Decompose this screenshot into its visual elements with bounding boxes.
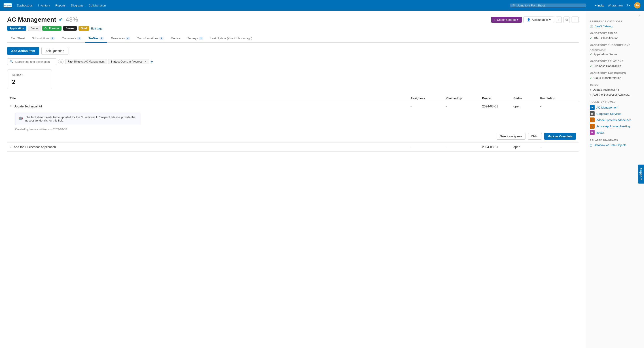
tab-surveys[interactable]: Surveys 2 — [184, 34, 207, 43]
copy-icon-button[interactable]: ⧉ — [564, 16, 570, 23]
person-icon: 👤 — [527, 18, 530, 21]
tab-metrics[interactable]: Metrics — [167, 34, 184, 43]
help-button[interactable]: ? ▾ — [626, 3, 630, 7]
drag-icon-2: ⠿ — [10, 146, 12, 149]
layout: AC Management ✔ 43% ℹ Check needed ▾ 👤 A… — [0, 11, 644, 348]
claim-button[interactable]: Claim — [528, 133, 542, 140]
tab-last-update[interactable]: Last Update (about 4 hours ago) — [207, 34, 256, 43]
topnav-right: + Invite What's new ? ▾ JW — [595, 2, 640, 8]
robot-icon: 🤖 — [18, 116, 23, 120]
verified-icon: ✔ — [59, 17, 63, 22]
rv-avatar-1: B — [590, 111, 594, 116]
info-icon-2: ℹ — [22, 73, 24, 77]
row2-resolution: - — [540, 145, 576, 149]
filter-chips: Fact Sheets: AC Management Status: Open,… — [65, 59, 579, 64]
edit-tags-link[interactable]: Edit tags — [91, 27, 102, 30]
col-header-assignees: Assignees — [410, 97, 446, 100]
more-options-button[interactable]: ⋮ — [572, 16, 579, 23]
tag-gold: Gold — [78, 26, 89, 31]
nav-diagrams[interactable]: Diagrams — [71, 4, 84, 7]
tag-onpremise: On Premise — [42, 26, 62, 31]
sidebar-todo-2[interactable]: ≡ Add the Successor Applicat... — [590, 93, 640, 97]
tab-todos[interactable]: To-Dos 2 — [85, 34, 107, 43]
row1-status: open — [514, 105, 540, 108]
recently-viewed-item-2[interactable]: I Adobe Systems Adobe Acr... — [590, 118, 640, 122]
table-row-1[interactable]: ⠿ Update Technical Fit - - 2024-08-01 op… — [7, 102, 579, 111]
nav-dashboards[interactable]: Dashboards — [17, 4, 33, 7]
sidebar-related-diagrams: RELATED DIAGRAMS ◫ Dataflow w/ Data Obje… — [590, 139, 640, 147]
rv-avatar-4: P — [590, 130, 594, 135]
nav-collaboration[interactable]: Collaboration — [89, 4, 106, 7]
check-icon: ✓ — [590, 36, 592, 40]
accountable-button[interactable]: 👤 Accountable ▾ — [524, 16, 554, 23]
stats-card-title: To-Dos ℹ — [12, 73, 47, 77]
col-header-title: Title — [10, 97, 410, 100]
mandatory-fields-title: MANDATORY FIELDS — [590, 32, 640, 35]
col-header-due[interactable]: Due ▲ — [482, 97, 514, 100]
filter-remove-status[interactable]: ✕ — [144, 60, 147, 63]
header-actions: ℹ Check needed ▾ 👤 Accountable ▾ + ⧉ ⋮ — [491, 16, 579, 23]
global-search[interactable]: 🔍 — [510, 3, 586, 7]
nav-reports[interactable]: Reports — [56, 4, 66, 7]
row1-assignees: - — [410, 105, 446, 108]
tab-comments[interactable]: Comments 2 — [58, 34, 85, 43]
created-by-1: Created by Jessica Williams on 2024-04-1… — [15, 128, 576, 131]
recently-viewed-item-4[interactable]: P acctur — [590, 130, 640, 135]
col-header-status: Status — [514, 97, 540, 100]
mandatory-relations-title: MANDATORY RELATIONS — [590, 60, 640, 63]
recently-viewed-item-3[interactable]: I Acoce Application Hosting — [590, 124, 640, 129]
page-title: AC Management — [7, 16, 56, 23]
stats-card: To-Dos ℹ 2 — [7, 69, 52, 89]
sidebar-mandatory-relations: MANDATORY RELATIONS ✓ Business Capabilit… — [590, 60, 640, 68]
tag-demo: Demo — [28, 26, 40, 31]
recently-viewed-item-0[interactable]: A AC Management — [590, 105, 640, 110]
sidebar-mandatory-tag-groups: MANDATORY TAG GROUPS ✓ Cloud Transformat… — [590, 72, 640, 80]
check-icon-4: ✓ — [590, 76, 592, 80]
search-input-todos[interactable] — [15, 60, 54, 63]
tab-subscriptions[interactable]: Subscriptions 2 — [28, 34, 58, 43]
table-row-2[interactable]: ⠿ Add the Successor Application - - 2024… — [7, 143, 579, 152]
tab-resources[interactable]: Resources 4 — [107, 34, 134, 43]
tab-fact-sheet[interactable]: Fact Sheet — [7, 34, 28, 43]
check-needed-button[interactable]: ℹ Check needed ▾ — [491, 17, 522, 23]
clock-icon: 🕐 — [590, 24, 593, 28]
rv-label-0: AC Management — [596, 106, 618, 109]
row2-title: Add the Successor Application — [14, 145, 56, 149]
recently-viewed-item-1[interactable]: B Corporate Services — [590, 111, 640, 116]
search-box[interactable]: 🔍 — [7, 58, 56, 65]
select-assignees-button[interactable]: Select assignees — [497, 133, 525, 140]
add-action-item-button[interactable]: Add Action Item — [7, 47, 39, 55]
col-header-claimed: Claimed by — [446, 97, 482, 100]
search-icon-2: 🔍 — [10, 60, 14, 63]
check-icon-2: ✓ — [590, 52, 592, 56]
add-icon-button[interactable]: + — [556, 16, 562, 23]
chevron-down-icon: ▾ — [517, 18, 518, 21]
search-input[interactable] — [517, 4, 584, 7]
support-tab[interactable]: Support — [638, 165, 644, 183]
rv-avatar-3: I — [590, 124, 594, 129]
avatar[interactable]: JW — [634, 2, 640, 8]
nav-inventory[interactable]: Inventory — [38, 4, 50, 7]
logo[interactable]: SAP LeanIX — [4, 3, 12, 7]
whats-new-button[interactable]: What's new — [608, 4, 623, 7]
tab-transformations[interactable]: Transformations 1 — [134, 34, 167, 43]
sidebar-collapse-button[interactable]: » — [590, 13, 640, 17]
sidebar-mandatory-fields: MANDATORY FIELDS ✓ TIME Classification — [590, 32, 640, 40]
filter-add-button[interactable]: + — [150, 59, 153, 64]
rv-avatar-0: A — [590, 105, 594, 110]
main-content: AC Management ✔ 43% ℹ Check needed ▾ 👤 A… — [0, 11, 586, 348]
clear-filter-button[interactable]: ✕ — [58, 59, 64, 64]
sort-icon: ▲ — [488, 97, 492, 100]
sidebar-todo-1[interactable]: ≡ Update Technical Fit — [590, 88, 640, 92]
rv-label-3: Acoce Application Hosting — [596, 125, 630, 128]
table-row-group-1: ⠿ Update Technical Fit - - 2024-08-01 op… — [7, 102, 579, 143]
filter-chip-factsheet: Fact Sheets: AC Management — [65, 59, 107, 64]
diagram-dataflow[interactable]: ◫ Dataflow w/ Data Objects — [590, 143, 640, 147]
saas-catalog-link[interactable]: 🕐 SaaS Catalog — [590, 24, 640, 28]
chevron-down-icon-2: ▾ — [549, 18, 551, 21]
invite-button[interactable]: + Invite — [595, 4, 604, 7]
ask-question-button[interactable]: Ask Question — [41, 47, 68, 55]
mark-complete-button[interactable]: Mark as Complete — [544, 133, 576, 140]
field-cloud-transformation: ✓ Cloud Transformation — [590, 76, 640, 80]
field-time-classification: ✓ TIME Classification — [590, 36, 640, 40]
